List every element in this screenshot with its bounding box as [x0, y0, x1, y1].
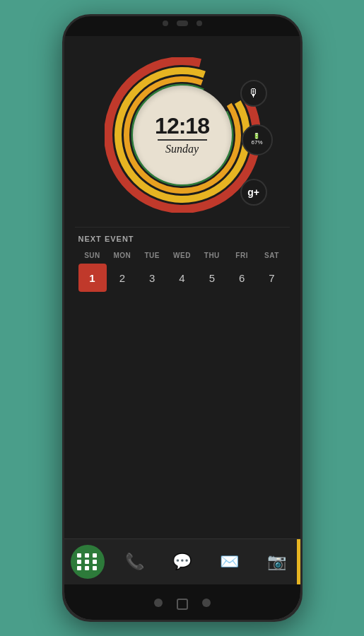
clock-time: 12:18 [155, 114, 209, 137]
calendar-section: NEXT EVENT SUN MON TUE WED THU FRI SAT 1… [64, 228, 300, 299]
clock-section: 12:18 Sunday 🎙 🔋 67% g+ [64, 36, 300, 227]
day-header-thu: THU [198, 252, 226, 259]
cal-date-1[interactable]: 1 [78, 264, 107, 292]
battery-info: 🔋 67% [251, 134, 262, 146]
email-icon: ✉️ [220, 553, 239, 571]
home-bar [154, 599, 211, 610]
clock-widget[interactable]: 12:18 Sunday 🎙 🔋 67% g+ [105, 57, 260, 213]
camera-button[interactable]: 📷 [259, 545, 293, 579]
power-button[interactable] [300, 115, 303, 136]
dock: 📞 💬 ✉️ 📷 [64, 538, 300, 584]
cal-date-6[interactable]: 6 [228, 264, 256, 292]
email-button[interactable]: ✉️ [212, 545, 246, 579]
cal-date-2[interactable]: 2 [108, 264, 136, 292]
phone-icon: 📞 [125, 553, 144, 571]
top-bar [163, 20, 202, 26]
recents-button[interactable] [202, 599, 211, 607]
dock-accent-bar [297, 539, 300, 584]
camera-dot [163, 20, 168, 26]
cal-date-4[interactable]: 4 [168, 264, 196, 292]
calendar-header: SUN MON TUE WED THU FRI SAT [78, 252, 286, 259]
battery-percentage: 67% [251, 140, 262, 146]
apps-button[interactable] [71, 545, 105, 579]
chat-icon: 💬 [172, 553, 192, 571]
day-header-mon: MON [108, 252, 136, 259]
cal-date-7[interactable]: 7 [257, 264, 286, 292]
mic-icon: 🎙 [248, 87, 259, 100]
phone-frame: 12:18 Sunday 🎙 🔋 67% g+ [62, 14, 303, 622]
battery-button[interactable]: 🔋 67% [242, 124, 273, 155]
mic-button[interactable]: 🎙 [240, 80, 267, 107]
gplus-icon: g+ [247, 187, 259, 198]
day-header-wed: WED [168, 252, 196, 259]
messages-button[interactable]: 💬 [165, 545, 199, 579]
phone-button[interactable]: 📞 [118, 545, 152, 579]
camera-icon: 📷 [267, 553, 286, 571]
cal-date-3[interactable]: 3 [138, 264, 166, 292]
next-event-label: NEXT EVENT [78, 235, 286, 243]
day-header-fri: FRI [228, 252, 256, 259]
clock-day: Sunday [165, 143, 199, 155]
calendar-dates-row: 1 2 3 4 5 6 7 [78, 264, 286, 292]
screen: 12:18 Sunday 🎙 🔋 67% g+ [64, 36, 300, 584]
cal-date-5[interactable]: 5 [198, 264, 226, 292]
speaker [177, 20, 188, 26]
gplus-button[interactable]: g+ [240, 179, 267, 206]
grid-icon [77, 553, 98, 570]
day-header-sat: SAT [257, 252, 286, 259]
clock-face: 12:18 Sunday [133, 86, 232, 184]
volume-right-button[interactable] [300, 151, 303, 186]
back-button[interactable] [154, 599, 163, 607]
day-header-sun: SUN [78, 252, 107, 259]
day-header-tue: TUE [138, 252, 166, 259]
clock-divider [158, 139, 207, 141]
sensor-dot [196, 20, 202, 26]
home-button[interactable] [177, 599, 188, 610]
